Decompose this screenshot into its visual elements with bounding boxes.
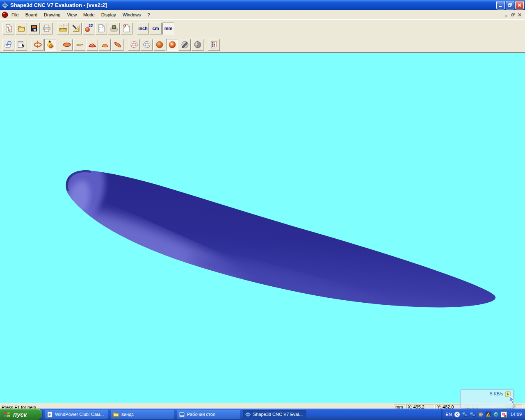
help-question-label: ? bbox=[123, 23, 126, 30]
system-tray: EN A bbox=[441, 409, 525, 420]
wireframe-color-button[interactable] bbox=[128, 39, 140, 51]
wireframe-color-icon bbox=[130, 40, 139, 49]
desktop-icon bbox=[179, 411, 185, 418]
volume-swirl-icon[interactable] bbox=[477, 411, 484, 418]
help-button[interactable]: ? bbox=[121, 23, 132, 34]
design-viewport[interactable] bbox=[0, 52, 525, 403]
task-windpower-club[interactable]: e WindPower Club: Сам... bbox=[45, 410, 108, 419]
save-icon bbox=[30, 24, 39, 33]
unit-cm-button[interactable]: cm bbox=[150, 23, 162, 34]
board-perspective-icon bbox=[113, 40, 122, 49]
set-square-icon bbox=[71, 24, 80, 33]
side-view-button[interactable] bbox=[73, 39, 85, 51]
download-orb-icon[interactable] bbox=[493, 411, 499, 418]
menu-mode[interactable]: Mode bbox=[80, 11, 98, 18]
unit-inch-button[interactable]: inch bbox=[137, 23, 149, 34]
menu-display[interactable]: Display bbox=[98, 11, 119, 18]
menu-file[interactable]: File bbox=[8, 11, 22, 18]
top-view-button[interactable] bbox=[61, 39, 73, 51]
menu-view[interactable]: View bbox=[64, 11, 80, 18]
internet-explorer-icon: e bbox=[47, 411, 53, 418]
messenger-offline-icon[interactable] bbox=[501, 411, 507, 418]
network-icon[interactable] bbox=[462, 411, 468, 418]
new-file-button[interactable] bbox=[2, 23, 14, 34]
view-3d-button[interactable]: 3D bbox=[82, 23, 94, 34]
menu-windows[interactable]: Windows bbox=[119, 11, 144, 18]
task-label: Рабочий стол bbox=[187, 412, 215, 417]
select-3d-icon bbox=[46, 40, 55, 50]
mdi-close-button[interactable] bbox=[518, 13, 522, 17]
color-palette-icon bbox=[210, 40, 219, 49]
section-hatched-button[interactable] bbox=[86, 39, 98, 51]
toolbar-separator bbox=[53, 23, 57, 34]
mdi-minimize-button[interactable] bbox=[504, 13, 509, 17]
antivirus-letter: A bbox=[487, 413, 490, 417]
mdi-window-controls bbox=[504, 13, 523, 17]
edit-panel-icon bbox=[17, 40, 26, 49]
dimensions-button[interactable] bbox=[57, 23, 69, 34]
close-icon bbox=[517, 3, 522, 7]
print-button[interactable] bbox=[41, 23, 52, 34]
network-icon-2[interactable] bbox=[470, 411, 476, 418]
toolbar-separator bbox=[133, 23, 137, 34]
collapse-chevron-icon[interactable] bbox=[454, 411, 460, 418]
open-folder-icon bbox=[17, 24, 26, 33]
half-shade-sphere-icon bbox=[193, 40, 202, 49]
export-machine-button[interactable] bbox=[108, 23, 120, 34]
board-side-view-icon bbox=[75, 40, 84, 49]
render-shaded-hq-button[interactable] bbox=[166, 39, 178, 51]
open-file-button[interactable] bbox=[15, 23, 27, 34]
set-square-button[interactable] bbox=[70, 23, 82, 34]
render-half-shade-button[interactable] bbox=[192, 39, 203, 51]
task-desktop[interactable]: Рабочий стол bbox=[177, 410, 240, 419]
new-file-icon bbox=[4, 24, 13, 33]
perspective-view-button[interactable] bbox=[112, 39, 123, 51]
shape3d-globe-icon bbox=[245, 411, 251, 418]
wireframe-gray-button[interactable] bbox=[141, 39, 153, 51]
render-no-light-button[interactable] bbox=[179, 39, 191, 51]
shaded-sphere-hq-icon bbox=[168, 40, 177, 49]
restore-button[interactable] bbox=[506, 1, 514, 9]
app-globe-icon bbox=[2, 2, 8, 9]
edit-panel-button[interactable] bbox=[15, 39, 27, 51]
clock[interactable]: 14:09 bbox=[510, 412, 522, 417]
ie-letter: e bbox=[48, 412, 51, 417]
mdi-restore-button[interactable] bbox=[511, 13, 515, 17]
plan-sheet-button[interactable] bbox=[95, 23, 107, 34]
toolbar-separator bbox=[57, 39, 61, 51]
render-shaded-button[interactable] bbox=[153, 39, 165, 51]
desktop-root: { "window": { "title": "Shape3d CNC V7 E… bbox=[0, 0, 525, 420]
select-3d-button[interactable] bbox=[44, 39, 56, 51]
zoom-board-button[interactable] bbox=[2, 39, 14, 51]
folder-icon bbox=[113, 412, 119, 417]
rotate-axis-icon bbox=[33, 40, 42, 49]
main-toolbar: 3D ? inch cm mm bbox=[0, 19, 525, 37]
rotate-view-button[interactable] bbox=[32, 39, 43, 51]
section-hatched-icon bbox=[88, 40, 97, 49]
menu-drawing[interactable]: Drawing bbox=[41, 11, 64, 18]
toolbar-separator bbox=[28, 39, 32, 51]
task-label: WindPower Club: Сам... bbox=[55, 412, 104, 417]
task-label: виндс bbox=[121, 412, 134, 417]
section-filled-button[interactable] bbox=[99, 39, 111, 51]
language-indicator[interactable]: EN bbox=[445, 412, 452, 417]
document-sphere-icon bbox=[2, 11, 8, 18]
save-button[interactable] bbox=[28, 23, 40, 34]
window-title: Shape3d CNC V7 Evaluation - [vvs2:2] bbox=[10, 2, 495, 8]
start-button[interactable]: пуск bbox=[0, 409, 42, 420]
menu-bar: File Board Drawing View Mode Display Win… bbox=[0, 10, 525, 19]
unit-mm-button[interactable]: mm bbox=[162, 23, 174, 34]
section-filled-icon bbox=[100, 40, 110, 49]
color-palette-button[interactable] bbox=[208, 39, 220, 51]
menu-board[interactable]: Board bbox=[22, 11, 41, 18]
menu-help[interactable]: ? bbox=[144, 11, 153, 18]
task-winds-folder[interactable]: виндс bbox=[111, 410, 174, 419]
minimize-button[interactable] bbox=[496, 1, 505, 9]
close-button[interactable] bbox=[515, 1, 524, 9]
board-top-view-icon bbox=[62, 40, 71, 49]
surfboard-3d-render bbox=[0, 53, 525, 403]
network-speed-value: 5 KB/s bbox=[490, 391, 503, 408]
network-speed-widget: 5 KB/s bbox=[460, 389, 514, 408]
antivirus-warning-icon[interactable]: A bbox=[485, 411, 491, 418]
task-shape3d-active[interactable]: Shape3d CNC V7 Eval... bbox=[243, 410, 306, 419]
